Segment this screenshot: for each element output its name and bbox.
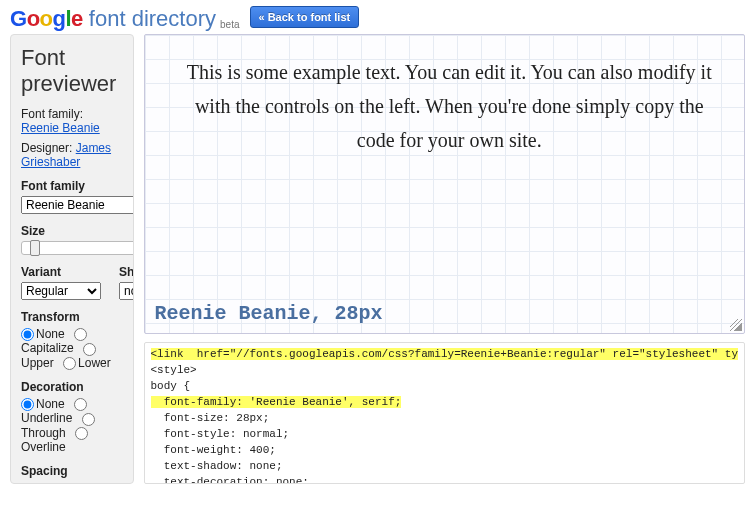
font-family-select[interactable]: Reenie Beanie: [21, 196, 134, 214]
beta-label: beta: [220, 19, 239, 30]
shadow-select[interactable]: none: [119, 282, 134, 300]
back-to-list-button[interactable]: « Back to font list: [250, 6, 360, 28]
font-family-link[interactable]: Reenie Beanie: [21, 121, 100, 135]
font-family-label: Font family:: [21, 107, 83, 121]
spacing-heading: Spacing: [21, 464, 123, 478]
sidebar-title: Font previewer: [21, 45, 123, 97]
decoration-none-radio[interactable]: [21, 398, 34, 411]
preview-caption: Reenie Beanie, 28px: [155, 302, 383, 325]
decoration-heading: Decoration: [21, 380, 123, 394]
transform-capitalize-radio[interactable]: [74, 328, 87, 341]
transform-none-radio[interactable]: [21, 328, 34, 341]
preview-pane: This is some example text. You can edit …: [144, 34, 746, 334]
designer-label: Designer:: [21, 141, 72, 155]
transform-upper-radio[interactable]: [83, 343, 96, 356]
decoration-underline-radio[interactable]: [74, 398, 87, 411]
variant-heading: Variant: [21, 265, 101, 279]
product-name: font directory: [89, 6, 216, 32]
code-output[interactable]: <link href="//fonts.googleapis.com/css?f…: [144, 342, 746, 484]
transform-heading: Transform: [21, 310, 123, 324]
transform-radio-group: None Capitalize Upper Lower: [21, 327, 123, 370]
code-link-line: <link href="//fonts.googleapis.com/css?f…: [151, 348, 739, 360]
decoration-through-radio[interactable]: [82, 413, 95, 426]
google-logo: Google: [10, 6, 83, 32]
letter-label: Letter: [21, 481, 123, 484]
font-family-heading: Font family: [21, 179, 123, 193]
decoration-overline-radio[interactable]: [75, 427, 88, 440]
preview-text[interactable]: This is some example text. You can edit …: [145, 35, 745, 167]
shadow-heading: Shadow:: [119, 265, 134, 279]
transform-lower-radio[interactable]: [63, 357, 76, 370]
decoration-overline-label: Overline: [21, 440, 66, 454]
size-heading: Size: [21, 224, 123, 238]
controls-sidebar: Font previewer Font family: Reenie Beani…: [10, 34, 134, 484]
variant-select[interactable]: Regular: [21, 282, 101, 300]
resize-handle-icon[interactable]: [730, 319, 742, 331]
decoration-radio-group: None Underline Through Overline: [21, 397, 123, 454]
size-slider[interactable]: [21, 241, 134, 255]
